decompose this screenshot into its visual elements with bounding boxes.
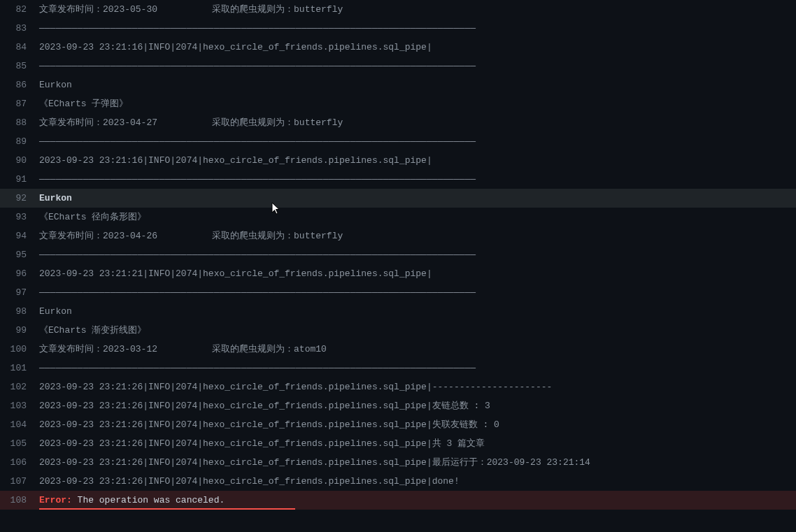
line-number: 88 [0, 116, 39, 130]
line-number: 108 [0, 494, 39, 508]
line-number: 105 [0, 437, 39, 451]
line-number: 107 [0, 475, 39, 489]
log-line[interactable]: 962023-09-23 23:21:21|INFO|2074|hexo_cir… [0, 264, 796, 283]
log-line[interactable]: 95——————————————————————————————————————… [0, 245, 796, 264]
line-number: 92 [0, 192, 39, 206]
log-line[interactable]: 87《ECharts 子弹图》 [0, 94, 796, 113]
error-underline [39, 508, 295, 510]
log-line[interactable]: 89——————————————————————————————————————… [0, 132, 796, 151]
log-line[interactable]: 98Eurkon [0, 302, 796, 321]
line-number: 101 [0, 361, 39, 375]
line-number: 98 [0, 305, 39, 319]
log-line[interactable]: 1062023-09-23 23:21:26|INFO|2074|hexo_ci… [0, 453, 796, 472]
log-line-error[interactable]: 108 Error: The operation was canceled. [0, 491, 796, 510]
log-line[interactable]: 1032023-09-23 23:21:26|INFO|2074|hexo_ci… [0, 396, 796, 415]
line-content: Eurkon [39, 192, 796, 206]
log-line[interactable]: 1042023-09-23 23:21:26|INFO|2074|hexo_ci… [0, 415, 796, 434]
log-line[interactable]: 92Eurkon [0, 189, 796, 208]
line-number: 103 [0, 399, 39, 413]
line-content: 《ECharts 径向条形图》 [39, 210, 796, 224]
line-number: 86 [0, 78, 39, 92]
line-content: ————————————————————————————————————————… [39, 135, 796, 149]
line-content: Eurkon [39, 305, 796, 319]
line-number: 89 [0, 135, 39, 149]
line-content: 2023-09-23 23:21:16|INFO|2074|hexo_circl… [39, 154, 796, 168]
log-line[interactable]: 99《ECharts 渐变折线图》 [0, 321, 796, 340]
line-content: 2023-09-23 23:21:26|INFO|2074|hexo_circl… [39, 418, 796, 432]
log-container: 82文章发布时间：2023-05-30 采取的爬虫规则为：butterfly83… [0, 0, 796, 510]
line-number: 102 [0, 380, 39, 394]
line-content: ————————————————————————————————————————… [39, 248, 796, 262]
line-content: ————————————————————————————————————————… [39, 173, 796, 187]
line-number: 87 [0, 97, 39, 111]
line-number: 82 [0, 3, 39, 17]
line-content: 2023-09-23 23:21:16|INFO|2074|hexo_circl… [39, 41, 796, 55]
line-content: ————————————————————————————————————————… [39, 286, 796, 300]
line-content: Eurkon [39, 78, 796, 92]
line-content: 文章发布时间：2023-04-26 采取的爬虫规则为：butterfly [39, 229, 796, 243]
log-line[interactable]: 100文章发布时间：2023-03-12 采取的爬虫规则为：atom10 [0, 340, 796, 359]
log-line[interactable]: 97——————————————————————————————————————… [0, 283, 796, 302]
log-line[interactable]: 902023-09-23 23:21:16|INFO|2074|hexo_cir… [0, 151, 796, 170]
line-number: 83 [0, 22, 39, 36]
line-content: 文章发布时间：2023-04-27 采取的爬虫规则为：butterfly [39, 116, 796, 130]
log-line[interactable]: 85——————————————————————————————————————… [0, 57, 796, 76]
line-content: 2023-09-23 23:21:26|INFO|2074|hexo_circl… [39, 475, 796, 489]
log-line[interactable]: 91——————————————————————————————————————… [0, 170, 796, 189]
line-number: 93 [0, 210, 39, 224]
line-content: ————————————————————————————————————————… [39, 22, 796, 36]
line-number: 97 [0, 286, 39, 300]
line-content: 《ECharts 渐变折线图》 [39, 324, 796, 338]
line-content: 2023-09-23 23:21:26|INFO|2074|hexo_circl… [39, 380, 796, 394]
line-number: 99 [0, 324, 39, 338]
line-number: 104 [0, 418, 39, 432]
line-content: 文章发布时间：2023-05-30 采取的爬虫规则为：butterfly [39, 3, 796, 17]
line-content: 2023-09-23 23:21:26|INFO|2074|hexo_circl… [39, 399, 796, 413]
error-text: The operation was canceled. [72, 495, 225, 505]
log-line[interactable]: 1052023-09-23 23:21:26|INFO|2074|hexo_ci… [0, 434, 796, 453]
line-number: 94 [0, 229, 39, 243]
log-line[interactable]: 83——————————————————————————————————————… [0, 19, 796, 38]
log-line[interactable]: 101—————————————————————————————————————… [0, 359, 796, 378]
line-number: 95 [0, 248, 39, 262]
log-line[interactable]: 94文章发布时间：2023-04-26 采取的爬虫规则为：butterfly [0, 227, 796, 245]
line-number: 96 [0, 267, 39, 281]
line-content: 2023-09-23 23:21:26|INFO|2074|hexo_circl… [39, 437, 796, 451]
line-number: 91 [0, 173, 39, 187]
line-number: 85 [0, 59, 39, 73]
line-number: 90 [0, 154, 39, 168]
log-line[interactable]: 88文章发布时间：2023-04-27 采取的爬虫规则为：butterfly [0, 113, 796, 132]
line-content: 2023-09-23 23:21:26|INFO|2074|hexo_circl… [39, 456, 796, 470]
line-content: 文章发布时间：2023-03-12 采取的爬虫规则为：atom10 [39, 343, 796, 357]
error-label: Error: [39, 495, 72, 505]
log-line[interactable]: 1022023-09-23 23:21:26|INFO|2074|hexo_ci… [0, 378, 796, 396]
line-number: 84 [0, 41, 39, 55]
line-number: 100 [0, 343, 39, 357]
line-content-error: Error: The operation was canceled. [39, 494, 796, 508]
log-line[interactable]: 1072023-09-23 23:21:26|INFO|2074|hexo_ci… [0, 472, 796, 491]
line-content: 2023-09-23 23:21:21|INFO|2074|hexo_circl… [39, 267, 796, 281]
log-line[interactable]: 93《ECharts 径向条形图》 [0, 208, 796, 227]
log-line[interactable]: 82文章发布时间：2023-05-30 采取的爬虫规则为：butterfly [0, 0, 796, 19]
log-line[interactable]: 842023-09-23 23:21:16|INFO|2074|hexo_cir… [0, 38, 796, 57]
log-line[interactable]: 86Eurkon [0, 76, 796, 94]
line-content: ————————————————————————————————————————… [39, 361, 796, 375]
line-content: 《ECharts 子弹图》 [39, 97, 796, 111]
line-content: ————————————————————————————————————————… [39, 59, 796, 73]
line-number: 106 [0, 456, 39, 470]
